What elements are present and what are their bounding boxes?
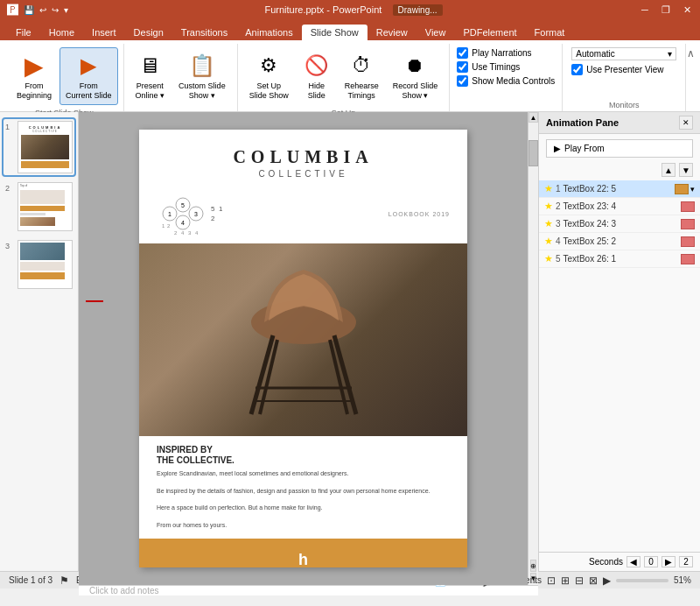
slide-preview-2: Top of	[18, 182, 73, 231]
tab-format[interactable]: Format	[526, 25, 574, 40]
rehearse-timings-button[interactable]: ⏱ RehearseTimings	[339, 47, 385, 105]
anim-num-3: 3	[556, 219, 561, 229]
fit-slide-button[interactable]: ⊡	[547, 574, 556, 587]
lookbook-label: LOOKBOOK 2019	[224, 211, 450, 217]
numbers-row: 1 5 3 4 1 2 2 4 3 4	[139, 187, 467, 243]
anim-item-3[interactable]: ★ 3 TextBox 24: 3	[539, 215, 700, 233]
anim-bar-1	[675, 184, 689, 194]
seconds-left-btn[interactable]: ◀	[626, 556, 640, 567]
svg-point-14	[251, 300, 356, 344]
anim-item-5[interactable]: ★ 5 TextBox 26: 1	[539, 250, 700, 268]
custom-slide-show-button[interactable]: 📋 Custom SlideShow ▾	[172, 47, 232, 105]
from-beginning-icon: ▶	[20, 52, 48, 80]
show-media-controls-checkbox[interactable]	[457, 75, 468, 87]
minimize-button[interactable]: ─	[639, 4, 651, 16]
scroll-fit-button[interactable]: ⊕	[530, 560, 536, 572]
slideshow-button[interactable]: ▶	[603, 574, 611, 587]
tab-home[interactable]: Home	[40, 25, 83, 40]
notes-area[interactable]: Click to add notes	[79, 585, 538, 595]
hide-slide-button[interactable]: 🚫 HideSlide	[297, 47, 337, 105]
use-presenter-view-row[interactable]: Use Presenter View	[571, 64, 676, 75]
anim-item-2[interactable]: ★ 2 TextBox 23: 4	[539, 198, 700, 215]
animation-pane-controls: ✕	[679, 116, 693, 130]
anim-pane-close-button[interactable]: ✕	[679, 116, 693, 130]
undo-qat-btn[interactable]: ↩	[39, 5, 46, 15]
seconds-value: 0	[644, 556, 658, 567]
restore-button[interactable]: ❐	[660, 4, 672, 16]
slide-canvas[interactable]: COLUMBIA COLLECTIVE 1 5	[139, 130, 467, 567]
view-reading-button[interactable]: ⊠	[589, 574, 598, 587]
show-media-controls-checkbox-row[interactable]: Show Media Controls	[457, 75, 555, 87]
anim-dropdown-1[interactable]: ▾	[690, 185, 695, 194]
monitor-dropdown-box[interactable]: Automatic ▾	[571, 47, 676, 60]
record-slide-show-button[interactable]: ⏺ Record SlideShow ▾	[387, 47, 444, 105]
slide-body3: Here a space build on perfection. But a …	[157, 504, 450, 512]
title-bar: 🅿 💾 ↩ ↪ ▾ Furniture.pptx - PowerPoint Dr…	[0, 0, 700, 19]
notes-icon: ⚑	[60, 574, 69, 587]
save-qat-btn[interactable]: 💾	[24, 5, 34, 15]
redo-qat-btn[interactable]: ↪	[52, 5, 59, 15]
anim-bar-3	[681, 219, 695, 229]
tab-transitions[interactable]: Transitions	[172, 25, 236, 40]
anim-num-2: 2	[556, 201, 561, 211]
anim-move-up-button[interactable]: ▲	[662, 163, 676, 177]
footer-logo: h	[298, 551, 308, 567]
ribbon: ▶ FromBeginning ▶ FromCurrent Slide Star…	[0, 40, 700, 112]
close-button[interactable]: ✕	[681, 4, 693, 16]
anim-item-4[interactable]: ★ 4 TextBox 25: 2	[539, 233, 700, 250]
present-buttons: 🖥 PresentOnline ▾ 📋 Custom SlideShow ▾	[130, 44, 232, 109]
tab-view[interactable]: View	[416, 25, 455, 40]
tab-review[interactable]: Review	[368, 25, 416, 40]
from-current-slide-button[interactable]: ▶ FromCurrent Slide	[60, 47, 118, 105]
seconds-right-btn[interactable]: ▶	[662, 556, 676, 567]
hide-slide-icon: 🚫	[303, 52, 331, 80]
slide-thumbnail-2[interactable]: 2 Top of	[4, 180, 74, 233]
zoom-slider[interactable]	[616, 579, 668, 582]
anim-star-4: ★	[544, 236, 553, 247]
slide-thumbnail-1[interactable]: 1 COLUMBIA COLLECTIVE	[4, 119, 74, 175]
use-timings-label: Use Timings	[472, 62, 520, 72]
anim-item-1[interactable]: ★ 1 TextBox 22: 5 ▾	[539, 180, 700, 198]
from-beginning-button[interactable]: ▶ FromBeginning	[10, 47, 58, 105]
powerpoint-logo-icon: 🅿	[7, 4, 18, 17]
present-online-button[interactable]: 🖥 PresentOnline ▾	[130, 47, 172, 105]
svg-text:4: 4	[181, 230, 185, 236]
tab-slide-show[interactable]: Slide Show	[302, 25, 368, 40]
monitor-value: Automatic	[576, 49, 614, 59]
use-timings-checkbox-row[interactable]: Use Timings	[457, 61, 555, 73]
slide-num-3: 3	[5, 242, 14, 250]
playback-checkboxes: Play Narrations Use Timings Show Media C…	[455, 44, 556, 90]
ribbon-tabs: File Home Insert Design Transitions Anim…	[0, 19, 700, 40]
play-from-button[interactable]: ▶ Play From	[546, 139, 693, 158]
tab-file[interactable]: File	[7, 25, 40, 40]
view-slide-sorter-button[interactable]: ⊟	[575, 574, 584, 587]
tab-animations[interactable]: Animations	[236, 25, 301, 40]
window-title: Furniture.pptx - PowerPoint Drawing...	[68, 4, 639, 15]
scroll-up-button[interactable]: ▲	[528, 112, 538, 123]
start-slideshow-buttons: ▶ FromBeginning ▶ FromCurrent Slide	[10, 44, 118, 109]
anim-num-1: 1	[556, 184, 561, 194]
play-narrations-checkbox[interactable]	[457, 47, 468, 59]
animation-pane-header: Animation Pane ✕	[539, 112, 700, 134]
anim-star-2: ★	[544, 201, 553, 212]
set-up-slide-show-button[interactable]: ⚙ Set UpSlide Show	[243, 47, 295, 105]
collapse-ribbon-button[interactable]: ∧	[687, 47, 695, 60]
slide-thumbnail-3[interactable]: 3	[4, 238, 74, 291]
use-presenter-view-checkbox[interactable]	[571, 64, 583, 75]
play-narrations-checkbox-row[interactable]: Play Narrations	[457, 47, 555, 59]
tab-pdfelement[interactable]: PDFelement	[454, 25, 525, 40]
slide-body2: Be inspired by the details of fashion, d…	[157, 487, 450, 496]
seconds-label: Seconds	[589, 557, 623, 567]
use-timings-checkbox[interactable]	[457, 61, 468, 73]
notes-placeholder: Click to add notes	[89, 586, 159, 595]
scroll-thumb[interactable]	[528, 140, 538, 166]
anim-label-1: TextBox 22: 5	[564, 184, 675, 194]
anim-sort-buttons: ▲ ▼	[539, 163, 700, 180]
view-normal-button[interactable]: ⊞	[561, 574, 570, 587]
slide-footer: h	[139, 539, 467, 567]
tab-design[interactable]: Design	[125, 25, 172, 40]
ribbon-close-area: ∧	[687, 44, 695, 111]
tab-insert[interactable]: Insert	[83, 25, 125, 40]
slide-count: Slide 1 of 3	[9, 575, 52, 585]
anim-move-down-button[interactable]: ▼	[679, 163, 693, 177]
